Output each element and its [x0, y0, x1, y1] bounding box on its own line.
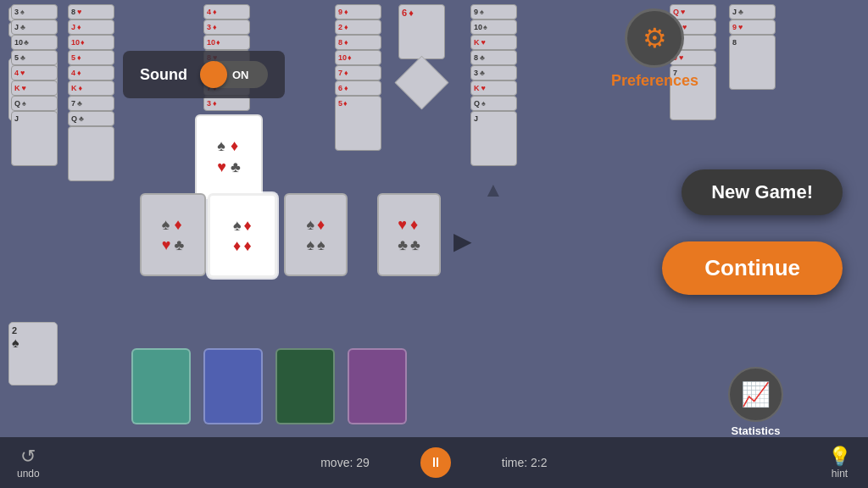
draw-card-blue[interactable] [203, 348, 263, 424]
draw-card-purple[interactable] [348, 348, 407, 424]
stats-icon: 📈 [741, 380, 771, 408]
continue-button[interactable]: Continue [662, 241, 843, 295]
draw-card-green[interactable] [275, 348, 335, 424]
center-card-3[interactable]: ♥ ♦ ♣ ♣ [377, 193, 441, 276]
center-card-1[interactable]: ♠ ♦ ♥ ♣ [140, 193, 206, 276]
toolbar-center: move: 29 ⏸ time: 2:2 [320, 447, 547, 478]
sound-panel: Sound ON [123, 51, 285, 98]
gear-icon: ⚙ [643, 22, 667, 54]
draw-pile [131, 348, 407, 424]
statistics-panel: 📈 Statistics [728, 367, 783, 437]
sound-toggle[interactable]: ON [200, 61, 268, 88]
move-label: move: [320, 456, 353, 469]
draw-card-teal[interactable] [131, 348, 191, 424]
next-arrow[interactable]: ▶ [453, 227, 472, 255]
move-count: 29 [356, 456, 370, 469]
undo-icon: ↺ [20, 446, 36, 468]
move-display: move: 29 [320, 456, 370, 469]
pause-icon: ⏸ [429, 455, 442, 470]
new-game-button[interactable]: New Game! [682, 169, 843, 215]
toggle-on-label: ON [232, 69, 249, 81]
pause-button[interactable]: ⏸ [420, 447, 451, 478]
statistics-label: Statistics [732, 424, 781, 437]
sound-label: Sound [140, 66, 187, 84]
undo-label: undo [17, 468, 40, 480]
preferences-label: Preferences [611, 72, 698, 90]
game-board: 3 2 ♠ 3 ♠ J ♣ 10 ♣ 5 ♣ 4 ♥ K ♥ Q ♠ J 8 ♥… [0, 0, 868, 488]
left-bottom-card: 2♠ [8, 322, 58, 385]
bottom-toolbar: ↺ undo move: 29 ⏸ time: 2:2 💡 hint [0, 437, 868, 488]
center-card-selected[interactable]: ♠ ♦ ♦ ♦ [208, 193, 277, 278]
hint-label: hint [832, 468, 848, 480]
toggle-thumb [200, 61, 227, 88]
undo-section[interactable]: ↺ undo [17, 446, 40, 480]
statistics-button[interactable]: 📈 [728, 367, 783, 422]
time-display: time: 2:2 [502, 456, 548, 469]
gear-button[interactable]: ⚙ [625, 8, 684, 68]
hint-section[interactable]: 💡 hint [828, 446, 851, 480]
hint-icon: 💡 [828, 446, 851, 468]
center-card-2[interactable]: ♠ ♦ ♠ ♠ [284, 193, 348, 276]
preferences-panel: ⚙ Preferences [611, 8, 698, 90]
card-column-5: 6 ♦ [398, 4, 445, 59]
